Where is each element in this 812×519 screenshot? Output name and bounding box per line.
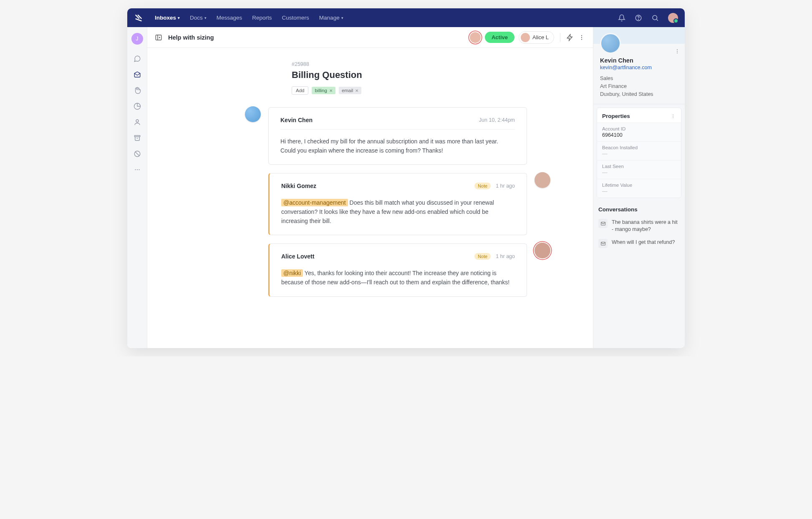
- main-panel: Help with sizing Active Alice L #25988 B…: [147, 27, 593, 348]
- message-body: @nikki Yes, thanks for looking into thei…: [281, 269, 515, 287]
- chevron-down-icon: ▾: [341, 16, 343, 20]
- svg-point-18: [673, 117, 673, 118]
- block-icon[interactable]: [133, 150, 141, 158]
- panel-toggle-icon[interactable]: [155, 34, 162, 41]
- property-row: Beacon Installed —: [597, 141, 681, 160]
- property-value: 6964100: [602, 132, 676, 138]
- message-head: Kevin Chen Jun 10, 2:44pm: [280, 117, 515, 130]
- message-time: 1 hr ago: [496, 183, 515, 189]
- note-badge: Note: [474, 183, 491, 189]
- svg-point-10: [581, 35, 582, 36]
- customer-email[interactable]: kevin@artfinance.com: [600, 65, 678, 70]
- chevron-down-icon: ▾: [178, 16, 180, 20]
- conversation-item[interactable]: The banana shirts were a hit - mango may…: [598, 216, 680, 236]
- message-body: @account-management Does this bill match…: [281, 198, 515, 226]
- mail-icon: [598, 219, 608, 228]
- note-badge: Note: [474, 253, 491, 260]
- message-author: Alice Lovett: [281, 253, 314, 260]
- notifications-icon[interactable]: [618, 14, 625, 22]
- search-icon[interactable]: [651, 14, 659, 22]
- conversation-text: The banana shirts were a hit - mango may…: [612, 219, 680, 233]
- current-user-avatar[interactable]: [668, 13, 678, 23]
- message-card-note: Alice Lovett Note 1 hr ago @nikki Yes, t…: [268, 243, 527, 296]
- tag-billing[interactable]: billing✕: [312, 87, 335, 94]
- nav-customers[interactable]: Customers: [282, 15, 309, 21]
- ticket-title: Billing Question: [292, 70, 568, 80]
- message-head: Nikki Gomez Note 1 hr ago: [281, 183, 515, 191]
- svg-point-1: [638, 19, 639, 20]
- message-card-note: Nikki Gomez Note 1 hr ago @account-manag…: [268, 173, 527, 235]
- more-icon[interactable]: [133, 165, 141, 174]
- property-row: Last Seen —: [597, 160, 681, 179]
- archive-icon[interactable]: [133, 134, 141, 142]
- workspace-avatar[interactable]: J: [131, 33, 143, 45]
- mention[interactable]: @nikki: [281, 269, 303, 277]
- assignee-pill[interactable]: Alice L: [519, 31, 554, 44]
- svg-rect-4: [134, 135, 140, 137]
- customer-meta: Sales Art Finance Duxbury, United States: [600, 75, 678, 98]
- property-value: —: [602, 170, 676, 176]
- add-tag-button[interactable]: Add: [292, 86, 308, 95]
- side-rail: J: [127, 27, 147, 348]
- app-logo-icon[interactable]: [134, 13, 143, 23]
- customer-location: Duxbury, United States: [600, 90, 678, 98]
- properties-section: Properties Account ID 6964100 Beacon Ins…: [593, 104, 685, 201]
- more-vertical-icon[interactable]: [674, 48, 681, 55]
- help-icon[interactable]: [635, 14, 642, 22]
- tag-label: email: [342, 88, 353, 93]
- tags-row: Add billing✕ email✕: [292, 86, 568, 95]
- lightning-icon[interactable]: [566, 34, 574, 41]
- chat-icon[interactable]: [133, 55, 141, 63]
- status-pill[interactable]: Active: [485, 32, 514, 43]
- svg-point-11: [581, 37, 582, 38]
- nav-manage[interactable]: Manage▾: [319, 15, 343, 21]
- svg-point-2: [653, 15, 657, 20]
- message-avatar: [535, 172, 550, 188]
- inbox-icon[interactable]: [133, 70, 141, 79]
- assignee-name: Alice L: [532, 34, 549, 40]
- nav-label: Messages: [217, 15, 242, 21]
- remove-tag-icon[interactable]: ✕: [329, 88, 333, 93]
- svg-rect-9: [156, 35, 161, 40]
- svg-point-7: [136, 169, 137, 170]
- chevron-down-icon: ▾: [204, 16, 207, 20]
- svg-point-15: [677, 53, 678, 53]
- more-vertical-icon[interactable]: [670, 113, 676, 119]
- svg-point-6: [135, 169, 136, 170]
- nav-label: Inboxes: [155, 15, 176, 21]
- svg-point-12: [581, 39, 582, 40]
- svg-point-16: [673, 114, 673, 115]
- conversation-item[interactable]: When will I get that refund?: [598, 236, 680, 251]
- conversation-scroll[interactable]: #25988 Billing Question Add billing✕ ema…: [147, 48, 593, 348]
- nav-label: Customers: [282, 15, 309, 21]
- message-meta: Note 1 hr ago: [474, 253, 515, 260]
- property-label: Beacon Installed: [602, 145, 676, 150]
- message-card: Kevin Chen Jun 10, 2:44pm Hi there, I ch…: [268, 107, 527, 165]
- message-body: Hi there, I checked my bill for the annu…: [280, 137, 515, 155]
- chart-icon[interactable]: [133, 102, 141, 110]
- nav-label: Manage: [319, 15, 340, 21]
- nav-inboxes[interactable]: Inboxes▾: [155, 15, 180, 21]
- section-title: Conversations: [598, 206, 680, 213]
- hand-icon[interactable]: [133, 86, 141, 95]
- top-bar-actions: [618, 13, 678, 23]
- customer-avatar: [600, 33, 621, 54]
- customer-header: Kevin Chen kevin@artfinance.com Sales Ar…: [593, 27, 685, 104]
- person-icon[interactable]: [133, 118, 141, 126]
- mention[interactable]: @account-management: [281, 199, 348, 206]
- svg-point-13: [677, 49, 678, 50]
- customer-name: Kevin Chen: [600, 57, 678, 64]
- nav-reports[interactable]: Reports: [252, 15, 272, 21]
- customer-role: Sales: [600, 75, 678, 83]
- customer-company: Art Finance: [600, 83, 678, 90]
- customer-face-icon[interactable]: [470, 32, 481, 43]
- app-window: Inboxes▾ Docs▾ Messages Reports Customer…: [127, 8, 685, 348]
- nav-docs[interactable]: Docs▾: [190, 15, 207, 21]
- message: Alice Lovett Note 1 hr ago @nikki Yes, t…: [268, 243, 527, 296]
- tag-email[interactable]: email✕: [339, 87, 361, 94]
- nav-messages[interactable]: Messages: [217, 15, 242, 21]
- message-author: Kevin Chen: [280, 117, 313, 123]
- remove-tag-icon[interactable]: ✕: [355, 88, 358, 93]
- message-meta: Note 1 hr ago: [474, 183, 515, 189]
- more-vertical-icon[interactable]: [578, 34, 585, 41]
